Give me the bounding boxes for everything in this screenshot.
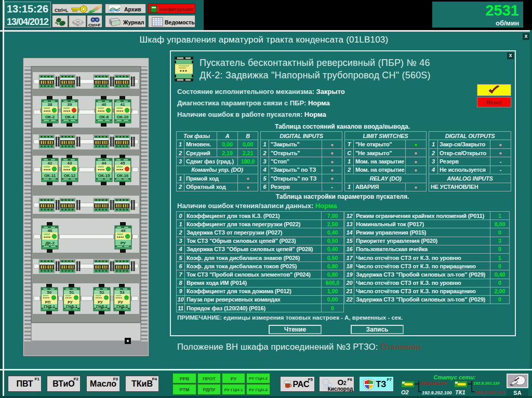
- svg-text:ДК-2: ДК-2: [45, 241, 55, 245]
- svg-text:40: 40: [102, 102, 107, 107]
- svg-text:ОК-4: ОК-4: [65, 115, 75, 119]
- svg-text:42: 42: [48, 161, 52, 166]
- svg-text:49: 49: [121, 228, 126, 233]
- svg-text:52: 52: [100, 290, 104, 295]
- svg-text:44: 44: [102, 161, 107, 166]
- svg-text:ОК-12: ОК-12: [64, 173, 76, 178]
- svg-text:ОК-15: ОК-15: [98, 173, 110, 178]
- svg-text:РУ: РУ: [121, 241, 126, 245]
- svg-text:ОК-11: ОК-11: [44, 173, 56, 178]
- svg-text:43: 43: [68, 161, 72, 166]
- svg-text:46: 46: [48, 228, 52, 233]
- svg-text:51: 51: [70, 290, 74, 295]
- svg-text:50: 50: [47, 290, 52, 295]
- svg-text:ОК-2: ОК-2: [45, 115, 55, 119]
- svg-text:53: 53: [120, 290, 125, 295]
- svg-text:39: 39: [68, 102, 72, 107]
- svg-text:45: 45: [121, 161, 125, 166]
- svg-text:41: 41: [121, 102, 125, 107]
- svg-text:ОК-8: ОК-8: [99, 115, 109, 119]
- svg-text:ОК-10: ОК-10: [117, 115, 129, 119]
- svg-text:ОК-16: ОК-16: [117, 173, 129, 178]
- svg-text:38: 38: [48, 102, 52, 107]
